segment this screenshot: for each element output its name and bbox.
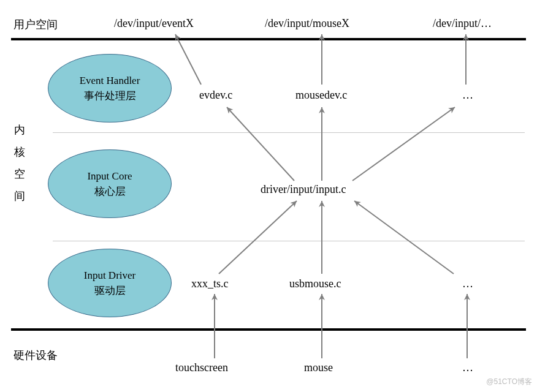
ellipse-input-driver: Input Driver 驱动层 (48, 249, 172, 317)
label-mousedev: mousedev.c (295, 89, 347, 102)
separator-top (11, 38, 526, 40)
kernel-char-2: 核 (14, 146, 25, 158)
ellipse-input-core-zh: 核心层 (94, 184, 126, 199)
ellipse-input-driver-en: Input Driver (84, 268, 136, 283)
label-touchscreen: touchscreen (175, 361, 228, 374)
ellipse-event-handler-en: Event Handler (80, 73, 140, 88)
separator-bottom (11, 328, 526, 331)
label-handler-more: … (462, 89, 473, 102)
kernel-char-4: 间 (14, 190, 25, 202)
label-kernel-space: 内 核 空 间 (13, 119, 26, 207)
label-dev-more: /dev/input/… (433, 17, 492, 30)
label-xxx-ts: xxx_ts.c (191, 277, 229, 290)
ellipse-event-handler-zh: 事件处理层 (84, 88, 136, 104)
label-dev-eventx: /dev/input/eventX (114, 17, 194, 30)
ellipse-input-driver-zh: 驱动层 (94, 283, 126, 298)
watermark: @51CTO博客 (486, 377, 532, 387)
label-dev-mousex: /dev/input/mouseX (265, 17, 349, 30)
ellipse-input-core-en: Input Core (87, 168, 132, 184)
kernel-char-3: 空 (14, 168, 25, 180)
separator-mid2 (53, 241, 525, 241)
kernel-char-1: 内 (14, 124, 25, 136)
label-evdev: evdev.c (199, 89, 232, 102)
svg-line-5 (354, 201, 454, 274)
label-usbmouse: usbmouse.c (289, 277, 341, 290)
label-mouse: mouse (304, 361, 333, 374)
label-user-space: 用户空间 (13, 17, 58, 32)
ellipse-input-core: Input Core 核心层 (48, 149, 172, 218)
ellipse-event-handler: Event Handler 事件处理层 (48, 54, 172, 123)
svg-line-3 (219, 201, 297, 274)
svg-line-6 (227, 107, 294, 181)
svg-line-8 (352, 107, 455, 181)
label-input-c: driver/input/input.c (261, 183, 346, 196)
label-driver-more: … (462, 277, 473, 290)
label-hw-more: … (462, 361, 473, 374)
separator-mid1 (53, 132, 525, 133)
label-hardware: 硬件设备 (13, 348, 58, 363)
svg-line-9 (175, 34, 201, 85)
